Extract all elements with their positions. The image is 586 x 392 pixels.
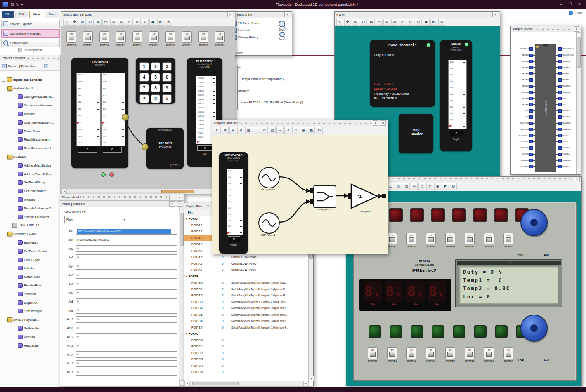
camera-icon[interactable]: ◉ [149,19,156,26]
pin-pad[interactable] [529,115,533,119]
toggle-switch[interactable]: Off [406,347,416,359]
toggle-switch[interactable]: Off [426,347,436,359]
scrollbar-thumb[interactable] [161,190,195,193]
redo-icon[interactable]: ↻ [142,19,149,26]
tree-item-gettemperature[interactable]: -GetTemperature [0,187,60,195]
toggle-switch[interactable]: Off [368,347,378,359]
scale-marker-icon[interactable] [77,122,79,124]
switch-knob[interactable] [184,36,190,40]
analog-value-field[interactable]: 0 [76,333,177,340]
keypad-key-5[interactable]: 5 [151,73,161,82]
switch-knob[interactable] [428,352,434,357]
close-icon[interactable]: ✕ [574,26,579,32]
tree-item-busreset[interactable]: -BusReset [0,238,60,247]
pin-row-portc-3[interactable]: PORTC.30 [184,356,309,363]
dropdown-icon[interactable]: ▾ [169,201,175,207]
maximize-icon[interactable]: ❐ [566,2,574,7]
tree-item-inputs-and-sensors[interactable]: -Inputs and Sensors [0,75,60,84]
pointer-icon[interactable]: ↖ [63,19,70,26]
component-properties-button[interactable]: Component Properties [1,29,60,38]
switch-knob[interactable] [409,352,414,357]
scrollbar-thumb[interactable] [192,382,239,385]
analog-value-field[interactable]: 0 [76,298,177,305]
refresh-icon[interactable]: ↻ [16,2,19,7]
tree-item-sampleaddressedd[interactable]: -SampleAddressedD... [0,204,60,213]
window-group-titlebar[interactable]: Flowcodev19 ▾ ✕ [60,194,184,201]
grid-icon[interactable]: ▦ [95,19,102,26]
tree-item-onetimemeasurem[interactable]: -OneTimeMeasurem... [0,118,60,127]
scale-marker-icon[interactable] [197,141,199,143]
vertical-scrollbar[interactable]: ▲ ▼ [179,207,184,386]
tree-item-matchrom[interactable]: -MatchROM [0,272,60,281]
pin-group-portb[interactable]: ▾PORTB [184,273,309,280]
switch-knob[interactable] [69,36,74,40]
component-ds18b20[interactable]: DS18B20 DS18B20 125.0107.089.071.053.035… [71,58,128,168]
switch-knob[interactable] [506,237,511,242]
voltage-value-field[interactable]: 0 [228,236,240,242]
group-arrow-icon[interactable]: ▾ [186,275,187,277]
undo-icon[interactable]: ↺ [284,127,291,134]
tree-item-continuousmeasure[interactable]: -ContinuousMeasure... [0,101,60,110]
pin-pad[interactable] [529,153,533,156]
tree-item-receivebyte[interactable]: -ReceiveByte [0,281,60,290]
chevron-down-icon[interactable]: ▾ [122,218,127,221]
pin-pad[interactable] [529,146,533,150]
toggle-switch[interactable]: Off [149,31,159,43]
tree-item-samplealldevices[interactable]: -SampleAllDevices [0,213,60,221]
scrollbar-thumb[interactable] [577,38,581,68]
keypad-key-4[interactable]: 4 [139,73,149,82]
zoom-out-icon[interactable]: ⊖ [360,19,367,26]
tree-item-gethandle[interactable]: -GetHandle [0,324,60,333]
switch-knob[interactable] [217,36,223,40]
zoom-icon[interactable] [279,32,285,37]
ruler-icon[interactable]: ▭ [102,19,109,26]
switch-knob[interactable] [389,237,395,242]
tree-item-scanbus[interactable]: -ScanBus [0,290,60,298]
pin-row-portc-5[interactable]: PORTC.50 [184,369,309,376]
thermometer-scale[interactable]: 125.0107.089.071.053.035.017.0-1.0-19.0-… [76,73,101,146]
paste-icon[interactable]: ▤ [118,19,125,26]
dsp-panel-canvas[interactable]: *1 MCP47x6DAC DAC_Output1 (I2C CH3) 5.04… [212,135,388,254]
copy-icon[interactable]: ⧉ [261,127,268,134]
layers-icon[interactable]: ◩ [430,19,437,26]
settings-icon[interactable]: ⚙ [165,19,172,26]
menu-item-icon-lists[interactable]: Icon Lists [232,27,272,34]
potentiometer-knob[interactable] [520,315,548,342]
pin-pad[interactable] [558,165,562,168]
copy-icon[interactable]: ⧉ [383,19,390,26]
pin-pad[interactable] [529,85,533,88]
close-icon[interactable]: ✕ [575,2,584,7]
pin-pad[interactable] [558,60,562,63]
toggle-switch[interactable]: Off [445,347,455,359]
dsp-wave-generator[interactable] [258,167,280,188]
toggle-switch[interactable]: Off [503,233,513,244]
pin-pad[interactable] [558,72,562,75]
component-dac[interactable]: MCP47x6DAC DAC_Output1 (I2C CH3) 5.04.54… [219,152,248,254]
pin-row-portc-2[interactable]: PORTC.20 [184,350,309,357]
zoom-icon[interactable] [279,21,285,27]
toggle-switch[interactable]: Off [116,31,126,43]
pin-pad[interactable] [558,128,562,131]
toggle-switch[interactable]: Off [387,347,397,359]
redo-icon[interactable]: ↻ [426,183,433,190]
pin-pad[interactable] [558,109,562,113]
tab-view[interactable]: View [29,11,44,18]
pan-icon[interactable]: ✚ [344,19,351,26]
analog-value-field[interactable]: 0 [76,351,177,358]
toggle-switch[interactable]: Off [99,31,109,43]
scroll-right-icon[interactable]: ▸ [303,381,309,386]
analog-value-field[interactable]: 0 [76,263,177,270]
dsp-wave-generator[interactable] [258,212,280,234]
camera-icon[interactable]: ◉ [434,183,441,190]
horizontal-scrollbar[interactable]: ◂ ▸ [61,189,235,194]
project-explorer-header[interactable]: Project Explorer [0,55,60,61]
project-explorer-button[interactable]: Project Explorer [1,20,60,28]
analog-value-field[interactable]: 0 [76,289,177,296]
tree-item-getserialstring[interactable]: -GetSerialString [0,178,60,187]
pin-row-portb-4[interactable]: PORTB.40SwitchArraySlideTop:m4i, keypad_… [184,305,309,312]
wire-node[interactable] [142,143,149,150]
tree-item-ambientlight1[interactable]: -AmbientLight1 [0,84,60,93]
keypad-key-7[interactable]: 7 [139,84,149,92]
pin-pad[interactable] [529,54,533,57]
close-icon[interactable]: ✕ [227,12,233,17]
